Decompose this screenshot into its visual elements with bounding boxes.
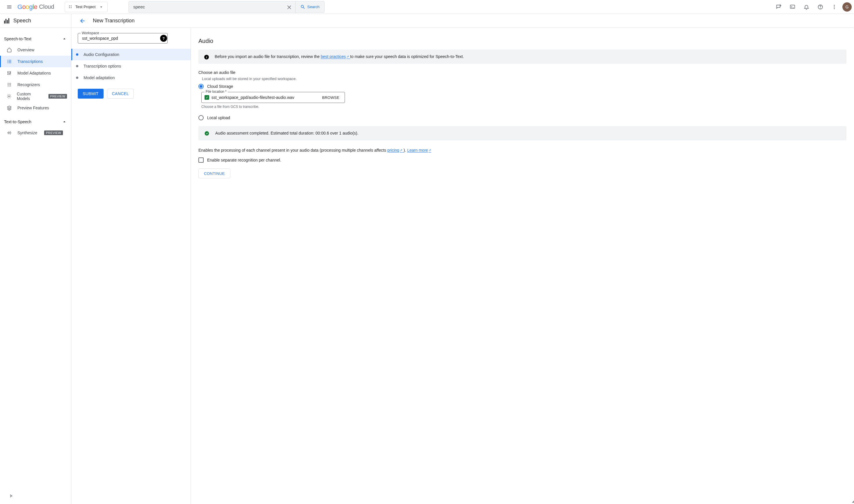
nav-item-label: Recognizers [17,82,40,87]
target-icon [6,94,12,99]
nav-item-custom-models[interactable]: Custom Models PREVIEW [0,90,71,102]
nav-group-speech-to-text[interactable]: Speech-to-Text [0,34,71,44]
svg-rect-35 [11,494,11,498]
product-header: Speech New Transcription [0,14,854,28]
svg-rect-12 [7,61,8,62]
nav-item-model-adaptations[interactable]: Model Adaptations [0,67,71,79]
svg-rect-4 [790,5,795,8]
svg-rect-11 [9,60,11,60]
step-model-adaptation[interactable]: Model adaptation [71,72,191,84]
nav-group-text-to-speech[interactable]: Text-to-Speech [0,116,71,127]
nav-item-label: Overview [17,48,34,52]
svg-rect-32 [9,132,10,134]
separate-channel-checkbox[interactable]: Enable separate recognition per channel. [198,158,847,163]
search-button[interactable]: Search [296,1,324,13]
nav-item-overview[interactable]: Overview [0,44,71,56]
svg-rect-26 [7,86,9,86]
radio-label: Cloud Storage [207,84,233,89]
svg-point-6 [820,8,821,8]
nav-item-label: Transcriptions [17,59,43,64]
waveform-icon [6,130,12,136]
svg-point-1 [71,5,72,6]
file-location-label: File location * [204,90,228,94]
pricing-link[interactable]: pricing↗ [387,148,404,152]
svg-rect-18 [9,71,10,72]
radio-cloud-storage[interactable]: Cloud Storage [198,84,847,89]
rows-icon [6,82,12,87]
nav-item-recognizers[interactable]: Recognizers [0,79,71,90]
svg-rect-25 [9,84,11,85]
back-arrow-icon[interactable] [76,15,88,27]
speech-product-icon [4,18,9,23]
svg-rect-30 [7,132,8,133]
continue-button[interactable]: CONTINUE [198,168,230,178]
more-vert-icon[interactable] [829,1,840,13]
step-transcription-options[interactable]: Transcription options [71,60,191,72]
svg-point-0 [69,5,70,6]
step-dot-icon [76,76,78,79]
svg-rect-31 [8,132,9,134]
step-label: Audio Configuration [84,52,119,57]
notifications-icon[interactable] [801,1,812,13]
checkbox-icon [198,158,203,163]
side-nav: Speech-to-Text Overview Transcriptions M… [0,28,71,504]
checkbox-label: Enable separate recognition per channel. [207,158,281,162]
best-practices-link[interactable]: best practices↗ [321,54,350,59]
link-label: Learn more [407,148,428,152]
help-tooltip-icon[interactable]: ? [160,35,167,42]
assessment-notice: Audio assessment completed. Estimated to… [198,126,847,140]
file-location-value[interactable]: sst_workspace_ppd/audio-files/test-audio… [212,95,320,100]
svg-rect-19 [9,73,10,75]
svg-point-3 [71,7,72,8]
choose-audio-hint: Local uploads will be stored in your spe… [202,76,847,81]
nav-item-label: Custom Models [17,92,41,101]
channel-description: Enables the processing of each channel p… [198,147,847,154]
nav-item-transcriptions[interactable]: Transcriptions [0,56,71,67]
hamburger-menu-icon[interactable] [3,1,15,13]
step-label: Transcription options [84,64,121,69]
svg-rect-14 [7,62,8,63]
help-icon[interactable] [815,1,826,13]
svg-rect-23 [9,83,11,84]
cloud-shell-icon[interactable] [787,1,798,13]
step-dot-icon [76,53,78,56]
svg-rect-20 [10,71,11,74]
stepper-column: Workspace sst_workspace_ppd ? Audio Conf… [71,28,191,504]
step-audio-configuration[interactable]: Audio Configuration [71,49,191,60]
preview-chip: PREVIEW [44,130,63,135]
channel-text-pre: Enables the processing of each channel p… [198,148,387,152]
svg-point-36 [205,131,209,136]
home-icon [6,47,12,53]
file-location-field: File location * ✓ sst_workspace_ppd/audi… [201,92,345,103]
cancel-button[interactable]: CANCEL [107,89,134,98]
nav-item-preview-features[interactable]: Preview Features [0,102,71,114]
link-label: pricing [387,148,399,152]
learn-more-link[interactable]: Learn more↗ [407,148,431,152]
best-practices-notice: i Before you import an audio file for tr… [198,50,847,64]
svg-point-7 [834,5,835,5]
radio-local-upload[interactable]: Local upload [198,115,847,120]
account-avatar[interactable]: G [842,2,852,12]
collapse-nav-icon[interactable] [6,490,17,502]
project-picker[interactable]: Test Project [65,2,108,12]
submit-button[interactable]: SUBMIT [78,89,104,98]
feedback-icon[interactable] [773,1,784,13]
google-cloud-logo[interactable]: Google Cloud [17,3,54,11]
main-content: Audio i Before you import an audio file … [191,28,854,504]
nav-group-label: Speech-to-Text [4,37,31,41]
svg-rect-34 [11,132,11,133]
svg-rect-17 [7,74,8,75]
search-button-label: Search [307,5,319,9]
workspace-field: Workspace sst_workspace_ppd ? [78,33,184,43]
page-title: New Transcription [93,18,135,24]
search-clear-icon[interactable] [283,1,296,13]
svg-rect-15 [9,62,11,63]
browse-button[interactable]: BROWSE [320,95,341,100]
link-label: best practices [321,54,346,59]
file-valid-icon: ✓ [204,95,209,100]
search-input[interactable] [129,1,283,13]
svg-rect-27 [9,86,11,86]
success-icon [204,131,210,136]
nav-item-synthesize[interactable]: Synthesize PREVIEW [0,127,71,139]
info-icon: i [204,55,209,59]
